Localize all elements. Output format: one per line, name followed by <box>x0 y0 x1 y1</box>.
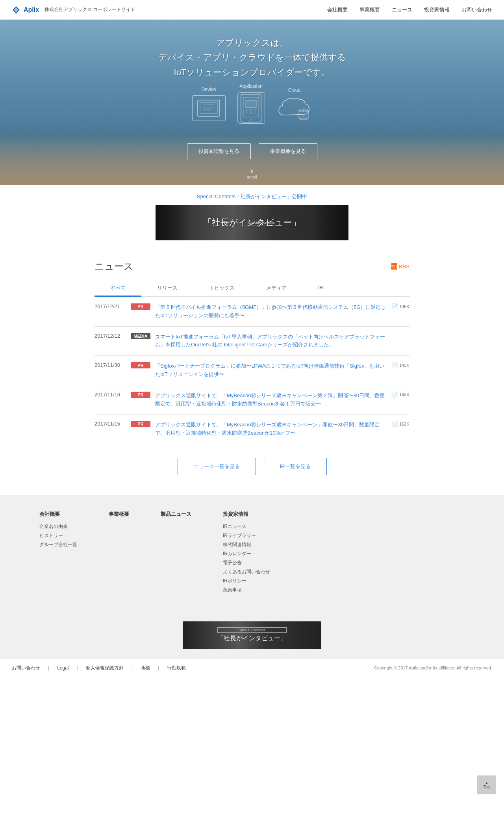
footer-col-business: 事業概要 <box>109 511 129 596</box>
logo[interactable]: Aplix 株式会社アプリックス コーポレートサイト <box>12 6 135 14</box>
cloud-label: Cloud <box>277 87 312 93</box>
news-tag-pr: PR <box>131 421 150 427</box>
pdf-size: 163K <box>399 392 410 397</box>
news-item: 2017/12/21 PR 「第５世代モバイル推進フォーラム（5GMF）」に参加… <box>94 297 410 327</box>
footer-bottom-conduct[interactable]: 行動規範 <box>167 665 186 671</box>
news-pdf[interactable]: 📄 145K <box>392 303 410 309</box>
footer-bottom-privacy[interactable]: 個人情報保護方針 <box>86 665 124 671</box>
news-content: アプリックス通販サイトで、「MyBeaconⓇシリーズ歳末キャンペーン第２弾」開… <box>155 392 387 408</box>
footer-link-ir-library[interactable]: IRライブラリー <box>223 532 270 539</box>
special-banner[interactable]: Special Contents 「社長がインタビュー」 <box>156 205 348 240</box>
footer-col-products-title: 製品ニュース <box>161 511 191 518</box>
footer-bottom-legal[interactable]: Legal <box>57 665 69 671</box>
nav-investor[interactable]: 投資家情報 <box>424 6 450 13</box>
application-label: Application <box>237 84 265 89</box>
footer-special-banner[interactable]: Special Contents 「社長がインタビュー」 <box>183 621 321 649</box>
footer-col-investor: 投資家情報 IRニュース IRライブラリー 株式関連情報 IRカレンダー 電子公… <box>223 511 270 596</box>
footer-link-faq[interactable]: よくあるお問い合わせ <box>223 569 270 575</box>
sep1: | <box>48 665 49 671</box>
hero-buttons: 投資家情報を見る 事業概要を見る <box>187 143 317 159</box>
sep3: | <box>132 665 133 671</box>
device-label: Device <box>192 87 226 92</box>
news-date: 2017/11/15 <box>94 421 126 427</box>
news-link[interactable]: アプリックス通販サイトで、「MyBeaconⓇシリーズ歳末キャンペーン第２弾」開… <box>155 392 385 407</box>
news-content: アプリックス通販サイトで、「MyBeaconⓇシリーズ歳末キャンペーン」開催〜3… <box>155 421 387 437</box>
logo-brand-text: Aplix <box>24 6 39 13</box>
nav-about[interactable]: 会社概要 <box>327 6 348 13</box>
footer-col-business-title: 事業概要 <box>109 511 129 518</box>
footer-col-about-title: 会社概要 <box>39 511 77 518</box>
pdf-size: 162K <box>399 422 410 426</box>
news-pdf[interactable]: 📄 163K <box>392 392 410 398</box>
pdf-icon: 📄 <box>392 303 398 309</box>
rss-badge[interactable]: RSS RSS <box>391 263 410 270</box>
footer-link-ir-calendar[interactable]: IRカレンダー <box>223 550 270 557</box>
news-header: ニュース RSS RSS <box>94 260 410 273</box>
cloud-icon <box>277 96 312 120</box>
footer-link-e-notice[interactable]: 電子公告 <box>223 560 270 566</box>
news-item: 2017/11/16 PR アプリックス通販サイトで、「MyBeaconⓇシリー… <box>94 385 410 415</box>
svg-rect-12 <box>252 109 256 113</box>
footer-link-ir-policy[interactable]: IRポリシー <box>223 578 270 584</box>
news-title: ニュース <box>94 260 133 273</box>
footer-link-origin[interactable]: 企業名の由来 <box>39 523 77 530</box>
hero-section: English アプリックスは、 デバイス・アプリ・クラウドを一体で提供する I… <box>0 20 504 185</box>
news-pdf[interactable]: 📄 143K <box>392 362 410 368</box>
news-link[interactable]: 「Sigfoxパートナープログラム」に参加〜LPWAの１つであるIoT向け無線通… <box>155 363 384 377</box>
footer-banner: Special Contents 「社長がインタビュー」 <box>0 612 504 659</box>
news-link[interactable]: アプリックス通販サイトで、「MyBeaconⓇシリーズ歳末キャンペーン」開催〜3… <box>155 422 380 436</box>
special-contents-section: Special Contents「社長がインタビュー」公開中 Special C… <box>0 185 504 248</box>
footer-bottom-links: お問い合わせ | Legal | 個人情報保護方針 | 商標 | 行動規範 <box>12 665 186 671</box>
sep2: | <box>77 665 78 671</box>
pdf-size: 143K <box>399 363 410 368</box>
footer-special-title: 「社長がインタビュー」 <box>217 634 287 643</box>
view-ir-list-button[interactable]: IR一覧を見る <box>264 458 327 475</box>
footer-link-disclaimer[interactable]: 免責事項 <box>223 587 270 593</box>
tab-all[interactable]: すべて <box>94 281 141 297</box>
application-item: Application <box>237 84 265 124</box>
footer-col-investor-links: IRニュース IRライブラリー 株式関連情報 IRカレンダー 電子公告 よくある… <box>223 523 270 593</box>
pdf-size: 145K <box>399 304 410 309</box>
hero-scroll: ∨ scroll <box>247 167 257 179</box>
cloud-svg <box>277 95 312 121</box>
footer-bottom: お問い合わせ | Legal | 個人情報保護方針 | 商標 | 行動規範 Co… <box>0 659 504 677</box>
news-tag-pr: PR <box>131 303 150 310</box>
nav-business[interactable]: 事業概要 <box>359 6 380 13</box>
footer-special-label: Special Contents <box>217 627 287 633</box>
tab-topics[interactable]: トピックス <box>193 281 250 297</box>
footer-link-history[interactable]: ヒストリー <box>39 532 77 539</box>
svg-rect-3 <box>200 102 217 113</box>
special-contents-link[interactable]: Special Contents「社長がインタビュー」公開中 <box>0 193 504 200</box>
footer-bottom-trademark[interactable]: 商標 <box>141 665 150 671</box>
view-news-list-button[interactable]: ニュース一覧を見る <box>178 458 256 475</box>
footer-link-stock[interactable]: 株式関連情報 <box>223 541 270 548</box>
news-item: 2017/11/15 PR アプリックス通販サイトで、「MyBeaconⓇシリー… <box>94 415 410 444</box>
footer-col-investor-title: 投資家情報 <box>223 511 270 518</box>
header: Aplix 株式会社アプリックス コーポレートサイト 会社概要 事業概要 ニュー… <box>0 0 504 20</box>
news-link[interactable]: 「第５世代モバイル推進フォーラム（5GMF）」に参加〜第５世代移動通信システム（… <box>155 304 386 318</box>
iot-diagram: Device Application <box>192 84 312 124</box>
news-date: 2017/11/16 <box>94 392 126 398</box>
footer-main: 会社概要 企業名の由来 ヒストリー グループ会社一覧 事業概要 製品ニュース 投… <box>0 495 504 612</box>
nav-news[interactable]: ニュース <box>392 6 412 13</box>
business-button[interactable]: 事業概要を見る <box>259 143 317 159</box>
tab-media[interactable]: メディア <box>250 281 302 297</box>
investor-button[interactable]: 投資家情報を見る <box>187 143 251 159</box>
rss-icon: RSS <box>391 263 397 270</box>
app-icon <box>237 92 265 124</box>
tab-release[interactable]: リリース <box>141 281 193 297</box>
footer-columns: 会社概要 企業名の由来 ヒストリー グループ会社一覧 事業概要 製品ニュース 投… <box>39 511 465 596</box>
cloud-item: Cloud <box>277 87 312 120</box>
news-list: 2017/12/21 PR 「第５世代モバイル推進フォーラム（5GMF）」に参加… <box>94 297 410 444</box>
news-pdf[interactable]: 📄 162K <box>392 421 410 427</box>
news-link[interactable]: スマートIoT推進フォーラム「IoT導入事例」アプリックスの「ペット向けヘルスケ… <box>155 334 385 348</box>
svg-rect-11 <box>246 109 250 113</box>
logo-icon <box>12 6 20 14</box>
pdf-icon: 📄 <box>392 362 398 368</box>
tab-ir[interactable]: IR <box>302 281 339 297</box>
footer-link-ir-news[interactable]: IRニュース <box>223 523 270 530</box>
footer-bottom-contact[interactable]: お問い合わせ <box>12 665 40 671</box>
pdf-icon: 📄 <box>392 421 398 427</box>
footer-link-group[interactable]: グループ会社一覧 <box>39 541 77 548</box>
nav-contact[interactable]: お問い合わせ <box>461 6 492 13</box>
